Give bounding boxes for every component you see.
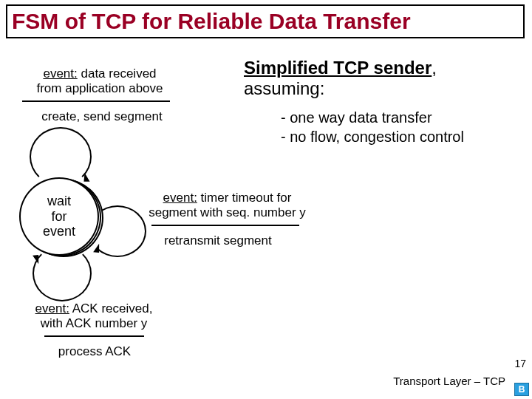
event-keyword: event:: [163, 191, 197, 205]
assumptions-bullets: - one way data transfer - no flow, conge…: [281, 108, 517, 146]
event1-divider: [22, 100, 170, 102]
event3-action: process ACK: [50, 344, 139, 359]
state-label-line3: event: [43, 224, 75, 239]
bullet-no-flow: - no flow, congestion control: [281, 127, 517, 146]
event3-text1: ACK received,: [69, 301, 152, 316]
state-label-line1: wait: [47, 194, 71, 208]
event2-divider: [151, 225, 299, 226]
state-ellipse-front: wait for event: [19, 177, 99, 256]
event1-text1: data received: [78, 66, 157, 81]
footer-text: Transport Layer – TCP: [393, 375, 505, 387]
event2-text1: timer timeout for: [197, 191, 292, 205]
page-number: 17: [514, 358, 526, 369]
state-wait-for-event: wait for event: [19, 177, 99, 257]
event-keyword: event:: [43, 66, 77, 81]
state-label: wait for event: [43, 194, 75, 239]
event-data-received: event: data received from application ab…: [22, 66, 177, 97]
event2-action: retransmit segment: [155, 233, 281, 248]
event3-divider: [44, 335, 144, 337]
slide-title: FSM of TCP for Reliable Data Transfer: [6, 4, 525, 38]
event3-text2: with ACK number y: [41, 316, 148, 330]
event2-text2: segment with seq. number y: [149, 205, 306, 219]
event-timeout: event: timer timeout for segment with se…: [133, 191, 321, 221]
event-ack-received: event: ACK received, with ACK number y: [16, 301, 171, 332]
event1-text2: from application above: [36, 81, 163, 95]
bullet-one-way: - one way data transfer: [281, 108, 517, 127]
assumptions-heading-lead: Simplified TCP sender: [244, 58, 432, 78]
state-label-line2: for: [51, 209, 66, 224]
event-keyword: event:: [35, 301, 69, 316]
assumptions-heading: Simplified TCP sender, assuming:: [244, 58, 517, 99]
assumptions-block: Simplified TCP sender, assuming: - one w…: [244, 58, 517, 146]
corner-badge: B: [514, 383, 529, 396]
event1-action: create, send segment: [28, 109, 176, 124]
